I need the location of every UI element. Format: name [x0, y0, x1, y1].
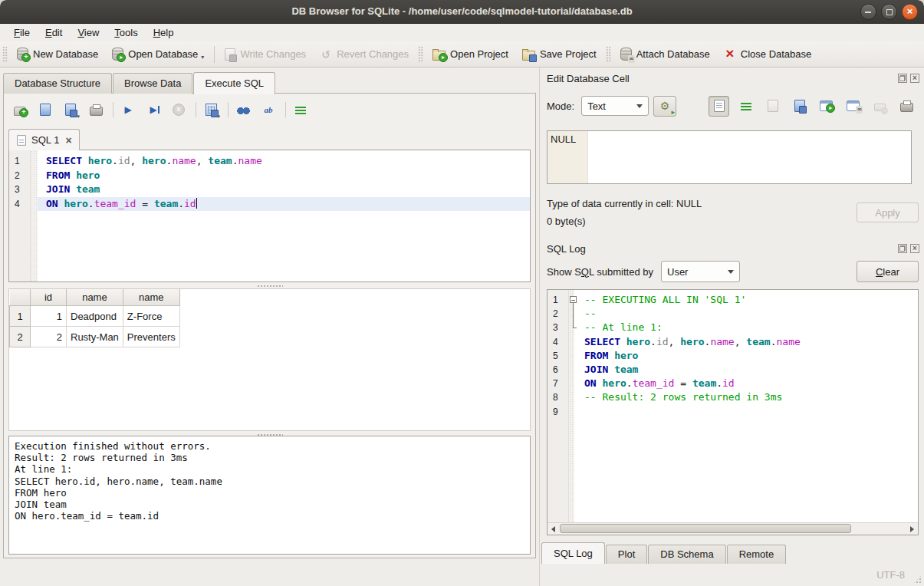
- float-panel-icon[interactable]: [898, 74, 907, 83]
- row-header[interactable]: 2: [10, 327, 31, 347]
- attach-database-button[interactable]: Attach Database: [613, 44, 717, 64]
- tab-browse-data[interactable]: Browse Data: [113, 73, 192, 94]
- code-line[interactable]: 4ON hero.team_id = team.id: [9, 197, 530, 212]
- tab-database-structure[interactable]: Database Structure: [3, 73, 112, 94]
- code-line[interactable]: 1-- EXECUTING ALL IN 'SQL 1': [547, 293, 918, 307]
- fold-marker[interactable]: [569, 293, 581, 307]
- fold-marker[interactable]: [569, 307, 581, 321]
- sql-log-filter-select[interactable]: User: [661, 261, 740, 282]
- execute-all-icon: [122, 104, 134, 116]
- dock-tab-plot[interactable]: Plot: [606, 545, 647, 564]
- results-table[interactable]: idnamename11DeadpondZ-Force22Rusty-ManPr…: [9, 289, 180, 347]
- table-cell[interactable]: 2: [31, 327, 67, 347]
- scrollbar-thumb[interactable]: [560, 524, 851, 533]
- fold-marker[interactable]: [569, 321, 581, 334]
- menu-item-file[interactable]: File: [6, 25, 38, 41]
- maximize-icon[interactable]: [881, 4, 897, 20]
- minimize-icon[interactable]: [860, 4, 876, 20]
- dock-tab-sql-log[interactable]: SQL Log: [541, 542, 605, 564]
- new-sql-tab-button[interactable]: [10, 100, 30, 119]
- dock-tab-db-schema[interactable]: DB Schema: [648, 545, 725, 564]
- menu-item-edit[interactable]: Edit: [38, 25, 70, 41]
- cell-link-button[interactable]: [843, 96, 863, 117]
- menu-item-help[interactable]: Help: [146, 25, 182, 41]
- find-button[interactable]: [233, 100, 253, 119]
- find-replace-button[interactable]: [258, 100, 278, 119]
- save-results-button[interactable]: ▾: [201, 100, 221, 119]
- execute-all-button[interactable]: [118, 100, 138, 119]
- table-corner-header[interactable]: [10, 289, 31, 306]
- scroll-left-icon[interactable]: [547, 523, 560, 534]
- stop-icon: [173, 104, 185, 116]
- row-header[interactable]: 1: [10, 306, 31, 327]
- open-project-button[interactable]: Open Project: [426, 44, 515, 64]
- menu-item-tools[interactable]: Tools: [107, 25, 145, 41]
- sql-editor[interactable]: 1SELECT hero.id, hero.name, team.name2FR…: [8, 150, 531, 282]
- dock-tab-remote[interactable]: Remote: [727, 545, 787, 564]
- export-data-button[interactable]: [789, 96, 810, 117]
- code-line[interactable]: 8-- Result: 2 rows returned in 3ms: [547, 390, 918, 404]
- column-header-id[interactable]: id: [31, 289, 67, 306]
- tab-execute-sql[interactable]: Execute SQL: [193, 72, 275, 94]
- code-line[interactable]: 7ON hero.team_id = team.id: [547, 377, 918, 390]
- table-cell[interactable]: Preventers: [123, 327, 179, 347]
- fold-margin-cell: [569, 390, 581, 404]
- open-external-button[interactable]: [816, 96, 837, 117]
- horizontal-scrollbar[interactable]: [547, 522, 918, 535]
- word-wrap-button[interactable]: [735, 96, 756, 117]
- code-line[interactable]: 3JOIN team: [9, 183, 530, 197]
- mode-select[interactable]: Text: [581, 96, 649, 116]
- save-sql-file-button[interactable]: ▾: [61, 100, 81, 119]
- code-line[interactable]: 1SELECT hero.id, hero.name, team.name: [9, 154, 530, 169]
- table-cell[interactable]: Rusty-Man: [67, 327, 123, 347]
- table-cell[interactable]: Deadpond: [67, 306, 123, 327]
- toolbar-separator: [196, 102, 196, 117]
- code-line[interactable]: 5FROM hero: [547, 349, 918, 363]
- code-line[interactable]: 6JOIN team: [547, 363, 918, 377]
- mode-label: Mode:: [547, 100, 574, 112]
- code-line-text: ON hero.team_id = team.id: [38, 197, 530, 212]
- clear-log-button[interactable]: Clear: [857, 261, 919, 282]
- sql-log-view[interactable]: 1-- EXECUTING ALL IN 'SQL 1'2--3-- At li…: [547, 289, 919, 535]
- table-row[interactable]: 11DeadpondZ-Force: [10, 306, 180, 327]
- open-database-button[interactable]: Open Database▾: [105, 44, 211, 64]
- titlebar[interactable]: DB Browser for SQLite - /home/user/code/…: [0, 0, 924, 24]
- auto-apply-button[interactable]: ⚙: [653, 96, 676, 117]
- scrollbar-track[interactable]: [851, 523, 906, 535]
- toolbar-separator: [214, 46, 215, 63]
- text-view-button[interactable]: [709, 96, 729, 117]
- close-icon[interactable]: ×: [902, 4, 918, 20]
- code-line-text: ON hero.team_id = team.id: [581, 377, 918, 390]
- close-database-button[interactable]: Close Database: [717, 44, 819, 64]
- code-line[interactable]: 3-- At line 1:: [547, 321, 918, 334]
- code-line[interactable]: 2FROM hero: [9, 169, 530, 183]
- word-wrap-button[interactable]: [291, 100, 311, 119]
- line-number: 9: [547, 405, 569, 419]
- sql-tab-close-icon[interactable]: ×: [65, 135, 71, 146]
- close-panel-icon[interactable]: ×: [910, 244, 919, 253]
- print-cell-button[interactable]: [896, 96, 917, 117]
- cell-editor[interactable]: NULL: [547, 130, 912, 184]
- app-window: DB Browser for SQLite - /home/user/code/…: [0, 0, 924, 586]
- sql-tab[interactable]: SQL 1 ×: [8, 129, 80, 150]
- float-panel-icon[interactable]: [898, 244, 907, 253]
- save-project-button[interactable]: Save Project: [515, 44, 603, 64]
- execute-current-line-button[interactable]: [143, 100, 163, 119]
- code-line[interactable]: 9: [547, 405, 918, 419]
- column-header-name[interactable]: name: [123, 289, 179, 306]
- open-sql-file-button[interactable]: [35, 100, 55, 119]
- close-panel-icon[interactable]: ×: [910, 74, 919, 83]
- table-cell[interactable]: 1: [31, 306, 67, 327]
- new-database-button[interactable]: New Database: [10, 44, 105, 64]
- fold-margin-cell: [569, 363, 581, 377]
- code-line[interactable]: 2--: [547, 307, 918, 321]
- table-cell[interactable]: Z-Force: [123, 306, 179, 327]
- table-row[interactable]: 22Rusty-ManPreventers: [10, 327, 180, 347]
- scroll-right-icon[interactable]: [906, 523, 918, 534]
- code-line[interactable]: 4SELECT hero.id, hero.name, team.name: [547, 335, 918, 349]
- resize-grip-icon[interactable]: [912, 574, 922, 584]
- menu-item-view[interactable]: View: [70, 25, 107, 41]
- print-sql-button[interactable]: [86, 100, 106, 119]
- column-header-name[interactable]: name: [67, 289, 123, 306]
- chevron-down-icon: ▾: [77, 114, 80, 120]
